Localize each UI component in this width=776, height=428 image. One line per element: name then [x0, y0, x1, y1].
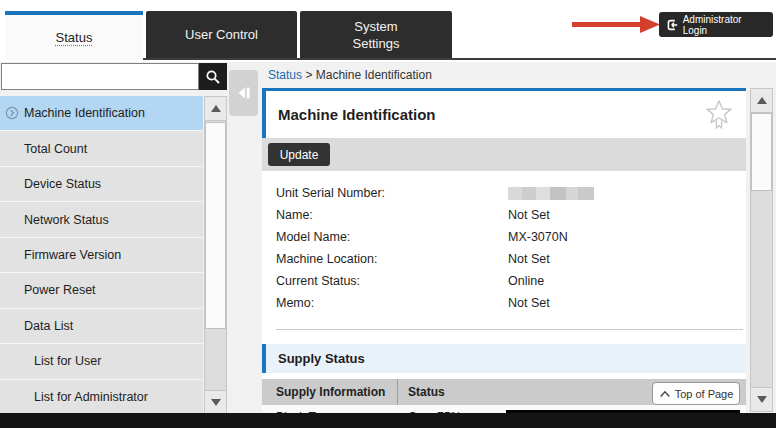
collapse-left-icon — [235, 84, 253, 102]
field-label: Unit Serial Number: — [276, 186, 508, 200]
redacted-serial-value — [508, 187, 594, 200]
table-row-black-toner: Black Toner Over 75% — [262, 405, 746, 413]
supply-status-title: Supply Status — [278, 351, 365, 366]
field-value: Online — [508, 274, 544, 288]
chevron-right-circle-icon — [5, 106, 19, 120]
field-row-current-status: Current Status: Online — [276, 270, 746, 292]
tab-user-control-label: User Control — [185, 27, 258, 43]
login-icon — [665, 18, 679, 32]
breadcrumb-status-link[interactable]: Status — [268, 68, 302, 82]
sidebar-item-label: Firmware Version — [24, 248, 121, 262]
breadcrumb-current: Machine Identification — [316, 68, 432, 82]
main-scroll-down-button[interactable] — [751, 387, 772, 411]
field-value: Not Set — [508, 296, 550, 310]
field-label: Current Status: — [276, 274, 508, 288]
sidebar-item-power-reset[interactable]: Power Reset — [0, 273, 203, 308]
sidebar-item-list-for-administrator[interactable]: List for Administrator — [0, 380, 203, 415]
field-row-serial: Unit Serial Number: — [276, 182, 746, 204]
tabbar-divider — [143, 58, 776, 60]
sidebar-item-label: Total Count — [24, 142, 87, 156]
sidebar-item-label: List for User — [34, 354, 101, 368]
administrator-login-label: Administrator Login — [683, 14, 767, 36]
tab-user-control[interactable]: User Control — [146, 11, 297, 60]
sidebar-item-list-for-user[interactable]: List for User — [0, 344, 203, 379]
sidebar-item-label: Network Status — [24, 213, 109, 227]
field-row-location: Machine Location: Not Set — [276, 248, 746, 270]
page-title: Machine Identification — [278, 106, 436, 123]
tab-system-settings-label: System Settings — [353, 19, 400, 52]
update-button[interactable]: Update — [268, 143, 330, 166]
tab-system-settings[interactable]: System Settings — [300, 11, 452, 60]
sidebar-item-label: List for Administrator — [34, 390, 148, 404]
search-icon — [205, 69, 221, 85]
sidebar-item-data-list[interactable]: Data List — [0, 309, 203, 344]
main-panel: Machine Identification Update Unit Seria… — [262, 88, 746, 413]
supply-status-header: Supply Status — [262, 344, 746, 373]
main-scroll-up-button[interactable] — [751, 89, 772, 113]
panel-header: Machine Identification — [262, 88, 746, 138]
section-divider — [276, 329, 743, 330]
sidebar-item-device-status[interactable]: Device Status — [0, 167, 203, 202]
field-row-model: Model Name: MX-3070N — [276, 226, 746, 248]
sidebar-item-label: Device Status — [24, 177, 101, 191]
sidebar-scroll-down-button[interactable] — [205, 390, 226, 414]
triangle-up-icon — [757, 97, 767, 104]
field-label: Name: — [276, 208, 508, 222]
field-value: Not Set — [508, 252, 550, 266]
main-scroll-thumb[interactable] — [751, 113, 772, 191]
sidebar-item-label: Power Reset — [24, 283, 96, 297]
sidebar-menu: Machine Identification Total Count Devic… — [0, 96, 203, 415]
top-of-page-label: Top of Page — [675, 388, 734, 400]
triangle-up-icon — [211, 105, 221, 112]
breadcrumb: Status > Machine Identification — [268, 68, 432, 82]
sidebar-item-label: Data List — [24, 319, 73, 333]
sidebar-item-label: Machine Identification — [24, 106, 145, 120]
field-label: Model Name: — [276, 230, 508, 244]
sidebar-item-network-status[interactable]: Network Status — [0, 202, 203, 237]
search-input[interactable] — [1, 63, 199, 90]
sidebar-collapse-handle[interactable] — [229, 70, 258, 116]
admin-web-ui: Status User Control System Settings Admi… — [0, 0, 776, 428]
sidebar-item-total-count[interactable]: Total Count — [0, 131, 203, 166]
field-value: MX-3070N — [508, 230, 568, 244]
machine-info-fields: Unit Serial Number: Name: Not Set Model … — [262, 171, 746, 314]
field-row-name: Name: Not Set — [276, 204, 746, 226]
sidebar-scroll-up-button[interactable] — [205, 97, 226, 121]
main-scrollbar[interactable] — [750, 88, 773, 412]
administrator-login-button[interactable]: Administrator Login — [659, 12, 773, 37]
sidebar-scroll-thumb[interactable] — [205, 122, 226, 329]
update-toolbar: Update — [262, 138, 746, 171]
breadcrumb-separator: > — [305, 68, 312, 82]
sidebar-item-machine-identification[interactable]: Machine Identification — [0, 96, 203, 131]
search-button[interactable] — [199, 63, 227, 90]
field-label: Machine Location: — [276, 252, 508, 266]
bottom-bar — [0, 413, 776, 428]
column-supply-information: Supply Information — [262, 379, 398, 405]
favorite-star-icon[interactable] — [704, 99, 734, 131]
triangle-down-icon — [757, 396, 767, 403]
field-value: Not Set — [508, 208, 550, 222]
top-of-page-button[interactable]: Top of Page — [652, 382, 740, 405]
tab-status-label: Status — [56, 30, 93, 45]
sidebar-scrollbar[interactable] — [204, 96, 227, 415]
chevron-up-icon — [659, 389, 671, 399]
triangle-down-icon — [211, 399, 221, 406]
annotation-arrow-icon — [570, 16, 662, 34]
tab-status[interactable]: Status — [5, 11, 143, 60]
field-row-memo: Memo: Not Set — [276, 292, 746, 314]
sidebar-item-firmware-version[interactable]: Firmware Version — [0, 238, 203, 273]
field-label: Memo: — [276, 296, 508, 310]
